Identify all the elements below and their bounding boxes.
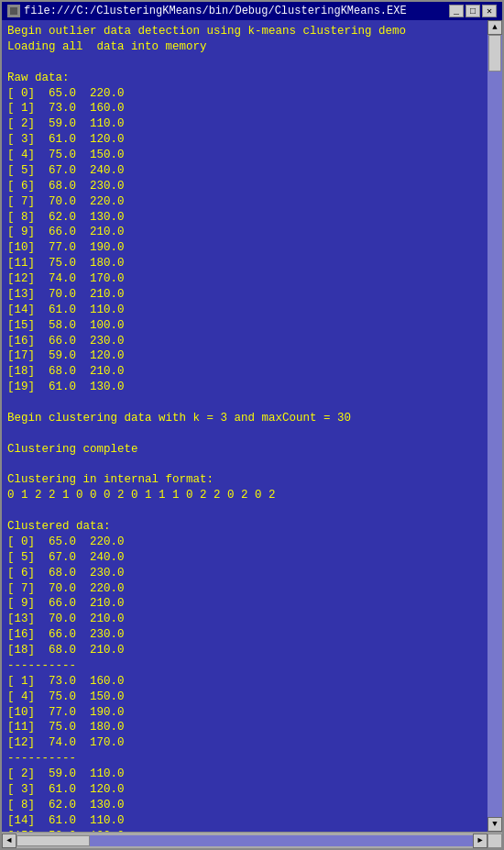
maximize-button[interactable]: □ — [466, 5, 480, 17]
bottom-bar: ◄ ► — [2, 832, 502, 848]
title-buttons: _ □ ✕ — [449, 5, 497, 17]
scroll-down-button[interactable]: ▼ — [488, 817, 502, 832]
h-scrollbar-thumb[interactable] — [16, 835, 90, 846]
title-bar-left: file:///C:/ClusteringKMeans/bin/Debug/Cl… — [7, 5, 407, 17]
vertical-scrollbar[interactable]: ▲ ▼ — [488, 20, 502, 832]
app-icon — [7, 5, 20, 17]
size-grip — [488, 833, 502, 848]
close-button[interactable]: ✕ — [482, 5, 497, 17]
scroll-right-button[interactable]: ► — [473, 833, 488, 848]
main-window: file:///C:/ClusteringKMeans/bin/Debug/Cl… — [0, 0, 504, 850]
content-area: Begin outlier data detection using k-mea… — [2, 20, 502, 832]
scroll-left-button[interactable]: ◄ — [2, 833, 16, 848]
horizontal-scrollbar[interactable]: ◄ ► — [2, 833, 488, 848]
scrollbar-thumb[interactable] — [488, 35, 501, 72]
scrollbar-track[interactable] — [488, 35, 502, 817]
svg-rect-1 — [10, 7, 17, 15]
minimize-button[interactable]: _ — [449, 5, 464, 17]
scroll-up-button[interactable]: ▲ — [488, 20, 502, 35]
h-scrollbar-track[interactable] — [16, 835, 473, 846]
window-title: file:///C:/ClusteringKMeans/bin/Debug/Cl… — [24, 5, 407, 17]
title-bar: file:///C:/ClusteringKMeans/bin/Debug/Cl… — [2, 2, 502, 20]
terminal-output[interactable]: Begin outlier data detection using k-mea… — [2, 20, 488, 832]
